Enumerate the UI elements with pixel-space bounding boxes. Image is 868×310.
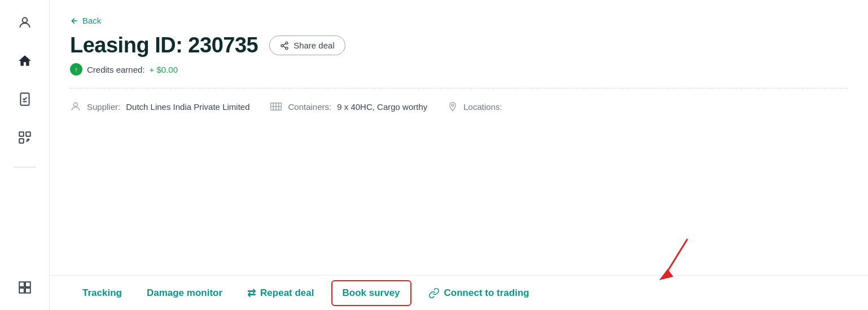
tab-tracking-label: Tracking — [82, 287, 122, 299]
credits-row: ↑ Credits earned: + $0.00 — [70, 63, 848, 76]
sidebar-bottom — [14, 276, 36, 299]
svg-point-16 — [74, 103, 78, 107]
tab-tracking[interactable]: Tracking — [70, 276, 134, 311]
location-icon — [448, 101, 458, 112]
back-link[interactable]: Back — [70, 16, 101, 25]
svg-rect-6 — [19, 282, 24, 287]
sidebar — [0, 0, 50, 310]
svg-point-0 — [22, 17, 27, 23]
tab-connect-trading-label: Connect to trading — [444, 287, 529, 299]
svg-point-22 — [451, 104, 454, 107]
svg-point-11 — [286, 42, 288, 44]
supplier-value: Dutch Lines India Private Limited — [126, 102, 249, 112]
sidebar-item-dashboard[interactable] — [14, 276, 36, 299]
credits-up-icon: ↑ — [70, 63, 82, 76]
containers-label: Containers: — [288, 102, 331, 112]
tab-damage-monitor[interactable]: Damage monitor — [134, 276, 235, 311]
sidebar-item-profile[interactable] — [14, 11, 36, 34]
share-deal-button[interactable]: Share deal — [269, 36, 345, 55]
info-row: Supplier: Dutch Lines India Private Limi… — [70, 101, 848, 112]
supplier-label: Supplier: — [87, 102, 120, 112]
section-divider — [70, 88, 848, 88]
content-area: Back Leasing ID: 230735 Share deal ↑ Cre… — [50, 0, 868, 275]
svg-rect-7 — [25, 282, 30, 287]
credits-amount: + $0.00 — [150, 65, 178, 74]
back-arrow-icon — [70, 16, 79, 25]
svg-rect-9 — [25, 288, 30, 293]
svg-line-14 — [283, 46, 286, 48]
page-title: Leasing ID: 230735 — [70, 33, 258, 57]
locations-info: Locations: — [448, 101, 502, 112]
tab-book-survey[interactable]: Book survey — [331, 280, 411, 306]
tab-repeat-deal-label: Repeat deal — [260, 287, 314, 299]
supplier-info: Supplier: Dutch Lines India Private Limi… — [70, 101, 249, 112]
tab-book-survey-label: Book survey — [343, 287, 400, 299]
containers-icon — [270, 101, 282, 112]
svg-rect-8 — [19, 288, 24, 293]
back-label: Back — [82, 16, 101, 25]
supplier-icon — [70, 101, 81, 112]
share-deal-label: Share deal — [293, 41, 335, 50]
tab-connect-trading[interactable]: Connect to trading — [416, 276, 542, 311]
svg-rect-3 — [19, 132, 24, 136]
repeat-deal-icon: ⇄ — [247, 287, 256, 299]
svg-point-12 — [281, 45, 283, 47]
title-row: Leasing ID: 230735 Share deal — [70, 33, 848, 57]
credits-label: Credits earned: — [87, 65, 145, 74]
sidebar-item-tasks[interactable] — [14, 88, 36, 110]
share-icon — [280, 41, 289, 50]
tab-repeat-deal[interactable]: ⇄ Repeat deal — [235, 276, 326, 311]
svg-point-13 — [286, 47, 288, 49]
svg-rect-5 — [19, 139, 24, 143]
locations-label: Locations: — [463, 102, 502, 112]
main-content: Back Leasing ID: 230735 Share deal ↑ Cre… — [50, 0, 868, 310]
containers-info: Containers: 9 x 40HC, Cargo worthy — [270, 101, 427, 112]
tab-bar: Tracking Damage monitor ⇄ Repeat deal Bo… — [50, 275, 868, 310]
containers-value: 9 x 40HC, Cargo worthy — [337, 102, 427, 112]
svg-line-15 — [283, 43, 286, 45]
link-icon — [428, 287, 440, 299]
sidebar-item-home[interactable] — [14, 50, 36, 72]
svg-rect-4 — [26, 132, 30, 136]
sidebar-item-workflow[interactable] — [14, 126, 36, 149]
sidebar-divider — [14, 167, 36, 167]
tab-damage-monitor-label: Damage monitor — [147, 287, 222, 299]
